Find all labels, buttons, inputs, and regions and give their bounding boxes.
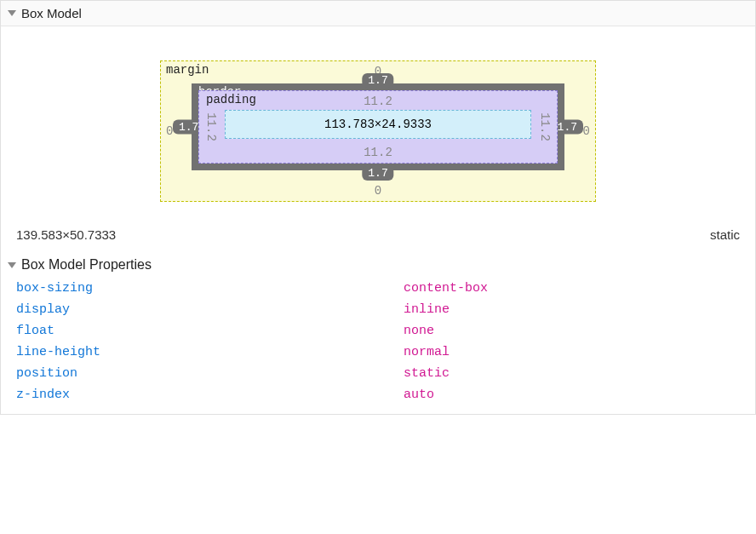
box-model-diagram: margin 0 0 0 0 border 1.7 1.7 1.7 1.7 pa…	[1, 26, 755, 227]
border-bottom[interactable]: 1.7	[362, 166, 393, 181]
property-row[interactable]: floatnone	[16, 320, 740, 342]
property-value: normal	[404, 345, 450, 359]
box-model-properties-header[interactable]: Box Model Properties	[1, 254, 755, 278]
box-model-info-row: 139.583×50.7333 static	[1, 227, 755, 254]
border-top[interactable]: 1.7	[362, 73, 393, 88]
property-value: static	[404, 366, 450, 381]
property-value: none	[404, 324, 434, 338]
box-model-padding[interactable]: padding 11.2 11.2 11.2 11.2 113.783×24.9…	[198, 90, 558, 164]
box-model-header[interactable]: Box Model	[1, 1, 755, 26]
property-row[interactable]: z-indexauto	[16, 384, 740, 405]
chevron-down-icon	[8, 10, 16, 16]
content-dimensions: 113.783×24.9333	[324, 118, 432, 131]
property-row[interactable]: positionstatic	[16, 363, 740, 384]
property-name: display	[16, 302, 404, 317]
property-name: float	[16, 324, 404, 338]
padding-right[interactable]: 11.2	[538, 112, 552, 141]
box-model-properties-list: box-sizingcontent-boxdisplayinlinefloatn…	[1, 278, 755, 414]
element-position-mode: static	[710, 227, 740, 242]
property-row[interactable]: line-heightnormal	[16, 342, 740, 363]
margin-right[interactable]: 0	[583, 124, 590, 138]
property-name: box-sizing	[16, 281, 404, 296]
padding-left[interactable]: 11.2	[204, 112, 218, 141]
property-value: inline	[404, 302, 450, 317]
property-name: line-height	[16, 345, 404, 359]
padding-top[interactable]: 11.2	[364, 95, 392, 108]
margin-label: margin	[166, 63, 209, 77]
box-model-content[interactable]: 113.783×24.9333	[225, 110, 531, 139]
margin-bottom[interactable]: 0	[375, 184, 381, 198]
property-name: position	[16, 366, 404, 381]
section-title: Box Model	[21, 6, 82, 20]
property-row[interactable]: box-sizingcontent-box	[16, 278, 740, 299]
property-value: auto	[404, 388, 434, 402]
box-model-border[interactable]: border 1.7 1.7 1.7 1.7 padding 11.2 11.2…	[192, 83, 564, 170]
box-model-panel: Box Model margin 0 0 0 0 border 1.7 1.7 …	[0, 0, 756, 415]
sub-section-title: Box Model Properties	[21, 257, 152, 273]
property-value: content-box	[404, 281, 488, 296]
box-model-margin[interactable]: margin 0 0 0 0 border 1.7 1.7 1.7 1.7 pa…	[160, 60, 596, 202]
property-row[interactable]: displayinline	[16, 299, 740, 320]
property-name: z-index	[16, 388, 404, 402]
padding-label: padding	[206, 93, 256, 106]
chevron-down-icon	[8, 262, 16, 268]
padding-bottom[interactable]: 11.2	[364, 146, 392, 159]
element-dimensions: 139.583×50.7333	[16, 227, 116, 242]
